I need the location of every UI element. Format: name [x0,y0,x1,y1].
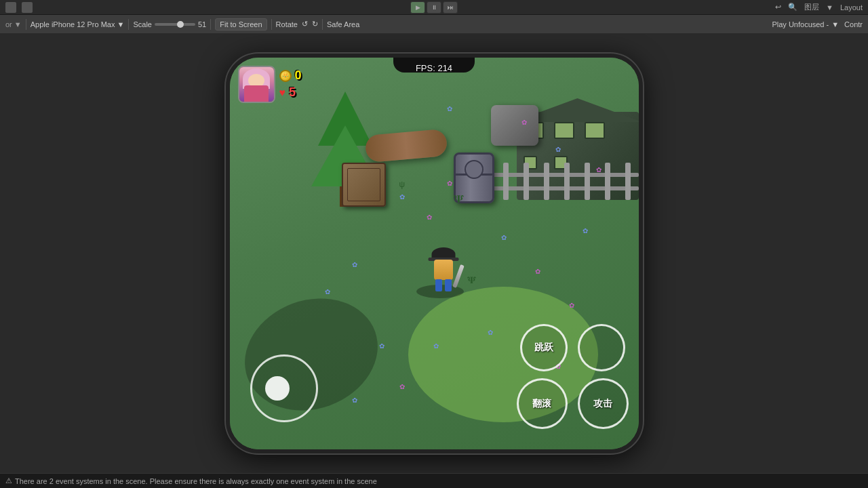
play-controls: ▶ ⏸ ⏭ [410,1,458,14]
rotate-icon-2: ↻ [312,20,318,28]
avatar [238,66,275,103]
flower-12: ✿ [583,227,588,235]
toolbar-sep-4 [271,19,272,30]
empty-button[interactable] [578,324,625,371]
flower-13: ✿ [569,302,574,309]
char-leg-right [445,279,452,291]
flower-16: ✿ [352,396,357,404]
device-selector[interactable]: Apple iPhone 12 Pro Max ▼ [31,20,125,28]
flower-5: ✿ [447,180,452,187]
status-message: There are 2 event systems in the scene. … [15,477,377,485]
building-window-3 [585,122,605,139]
toolbar: or ▼ Apple iPhone 12 Pro Max ▼ Scale 51 … [0,15,868,34]
jump-button[interactable]: 跳跃 [520,324,568,371]
device-label: Apple iPhone 12 Pro Max [31,20,115,28]
toolbar-sep-2 [128,19,129,30]
game-container: ✿✿✿✿✿✿✿✿✿✿✿✿✿✿✿✿✿✿✿ 𝚿 𝚿 ψ FPS: 214 [0,34,868,473]
char-leg-left [435,279,442,291]
flower-10: ✿ [555,146,561,153]
phone-frame: ✿✿✿✿✿✿✿✿✿✿✿✿✿✿✿✿✿✿✿ 𝚿 𝚿 ψ FPS: 214 [226,54,643,453]
joystick[interactable] [250,354,318,422]
toolbar-right: Play Unfocused - ▼ Contr [772,20,863,28]
flower-7: ✿ [535,268,540,275]
coin-icon: 👑 [279,70,292,82]
rotate-label[interactable]: Rotate [276,20,298,28]
play-button[interactable]: ▶ [410,1,425,14]
status-bar: ⚠ There are 2 event systems in the scene… [0,473,868,488]
health-value: 5 [289,85,296,100]
char-legs [435,279,452,291]
safe-area-label[interactable]: Safe Area [327,20,359,28]
scale-value: 51 [198,20,206,28]
rock [491,105,538,146]
attack-button[interactable]: 攻击 [578,378,629,429]
fence-post-4 [544,163,549,200]
warning-icon: ⚠ [5,476,12,485]
top-bar-right: ↩ 🔍 图层 ▼ Layout [775,2,863,12]
play-unfocused-chevron: ▼ [831,20,839,28]
flower-3: ✿ [325,288,330,296]
step-button[interactable]: ⏭ [443,1,458,14]
score-value: 0 [295,68,302,83]
flower-14: ✿ [433,342,439,350]
grass-3: ψ [399,180,406,189]
fence-post-3 [524,163,529,200]
flower-18: ✿ [521,119,527,126]
toolbar-sep-1 [26,19,26,30]
history-icon[interactable]: ↩ [775,3,781,12]
toolbar-sep-3 [210,19,211,30]
flower-17: ✿ [447,105,452,113]
heart-icon: ♥ [279,87,286,98]
top-bar: ▶ ⏸ ⏭ ↩ 🔍 图层 ▼ Layout [0,0,868,15]
stats: 👑 0 ♥ 5 [279,66,302,100]
flower-6: ✿ [501,234,507,241]
grass-2: 𝚿 [467,274,476,286]
crate [342,163,386,207]
flower-1: ✿ [427,214,432,221]
fence-post-6 [585,163,590,200]
roll-button[interactable]: 翻滚 [517,378,568,429]
play-unfocused: Play Unfocused - ▼ [772,20,839,28]
avatar-inner [239,67,274,102]
scale-label: Scale [133,20,152,28]
scale-thumb [177,21,184,28]
scale-slider[interactable] [155,23,195,26]
fence-post-5 [564,163,570,200]
joystick-thumb [265,376,290,401]
fence-post-8 [625,163,631,200]
layers-label[interactable]: 图层 [804,2,819,12]
device-chevron: ▼ [117,20,125,28]
layout-label[interactable]: Layout [840,3,863,12]
scale-control: Scale 51 [133,20,206,28]
grass-1: 𝚿 [454,193,464,205]
building-window-2 [554,122,574,139]
char-body [434,260,453,280]
fit-to-screen-button[interactable]: Fit to Screen [215,18,267,30]
search-icon[interactable]: 🔍 [788,3,797,12]
character [427,247,460,291]
rotate-icon-1: ↺ [302,20,308,28]
avatar-body [244,85,269,102]
layers-chevron: ▼ [826,3,833,12]
health-row: ♥ 5 [279,85,302,100]
controls-label[interactable]: Contr [844,20,863,28]
play-unfocused-label[interactable]: Play Unfocused - [772,20,829,28]
score-row: 👑 0 [279,68,302,83]
flower-2: ✿ [352,261,357,268]
game-screen[interactable]: ✿✿✿✿✿✿✿✿✿✿✿✿✿✿✿✿✿✿✿ 𝚿 𝚿 ψ FPS: 214 [230,58,639,449]
char-hat [431,247,455,261]
fps-counter: FPS: 214 [416,63,452,73]
flower-4: ✿ [379,342,384,350]
inspector-label: or ▼ [5,20,22,28]
fence-post-2 [503,163,509,200]
unity-icon [5,2,16,13]
flower-11: ✿ [596,166,601,174]
flower-0: ✿ [399,193,405,201]
toolbar-sep-5 [322,19,323,30]
pause-button[interactable]: ⏸ [427,1,441,14]
cloud-icon [22,2,33,13]
flower-8: ✿ [488,329,493,336]
hud: 👑 0 ♥ 5 [238,66,302,103]
flower-15: ✿ [399,383,405,390]
fence-post-7 [605,163,610,200]
